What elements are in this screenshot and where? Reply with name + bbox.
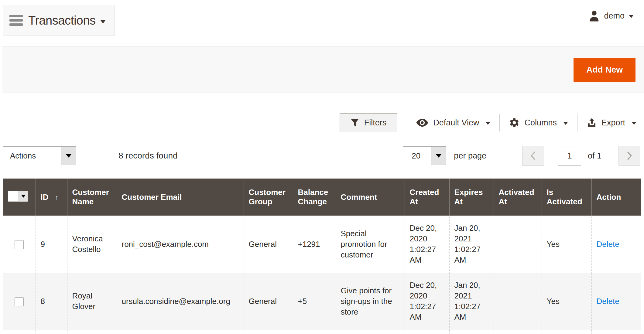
columns-label: Columns — [524, 118, 557, 128]
export-icon — [587, 118, 597, 128]
select-all-dropdown[interactable] — [19, 191, 28, 201]
chevron-down-icon — [485, 122, 490, 125]
columns-dropdown[interactable]: Columns — [509, 117, 568, 128]
chevron-right-icon — [625, 151, 633, 161]
filters-label: Filters — [364, 118, 387, 128]
actions-select-arrow[interactable] — [61, 147, 76, 165]
list-controls: Actions 8 records found 20 per page of 1 — [3, 145, 640, 166]
hamburger-menu-icon — [9, 15, 23, 26]
cell-customer-name: Royal Glover — [67, 273, 117, 330]
column-header-id[interactable]: ID ↑ — [36, 179, 67, 216]
filter-funnel-icon — [350, 118, 359, 127]
cell-balance-change: +5 — [293, 273, 336, 330]
row-checkbox[interactable] — [15, 297, 24, 306]
column-header-customer-group[interactable]: Customer Group — [244, 179, 293, 216]
export-label: Export — [601, 118, 625, 128]
chevron-down-icon — [563, 122, 568, 125]
column-header-created-at[interactable]: Created At — [405, 179, 449, 216]
total-pages-label: of 1 — [588, 151, 601, 161]
per-page-value: 20 — [403, 147, 420, 165]
column-header-expires-at[interactable]: Expires At — [449, 179, 494, 216]
pagination: 20 per page of 1 — [403, 146, 640, 166]
page-actions-band: Add New — [2, 46, 644, 93]
cell-comment: Give points for sign-ups in the store — [336, 273, 405, 330]
cell-created-at: Dec 20, 2020 1:02:27 AM — [405, 273, 449, 330]
actions-select[interactable]: Actions — [3, 146, 76, 165]
cell-id: 8 — [36, 273, 67, 330]
cell-customer-email: ursula.considine@example.org — [117, 273, 244, 330]
cell-expires-at: Jan 20, 2021 1:02:27 AM — [449, 273, 494, 330]
table-row: 8 Royal Glover ursula.considine@example.… — [3, 273, 641, 330]
chevron-down-icon — [632, 122, 636, 125]
column-header-action[interactable]: Action — [591, 179, 641, 216]
delete-link[interactable]: Delete — [597, 297, 619, 306]
select-all-control[interactable] — [8, 191, 28, 202]
current-page-input[interactable] — [558, 146, 581, 165]
cell-created-at: Dec 20, 2020 1:02:27 AM — [405, 216, 449, 273]
cell-balance-change: +1291 — [293, 216, 336, 273]
table-row-partial — [3, 330, 641, 334]
chevron-down-icon — [629, 15, 634, 18]
chevron-left-icon — [529, 151, 537, 161]
user-menu[interactable]: demo — [589, 8, 634, 24]
gear-icon — [509, 117, 520, 128]
table-row: 9 Veronica Costello roni_cost@example.co… — [3, 216, 641, 273]
per-page-select[interactable]: 20 — [403, 146, 446, 165]
transactions-table: ID ↑ Customer Name Customer Email Custom… — [3, 179, 641, 334]
select-all-checkbox[interactable] — [8, 191, 19, 201]
default-view-dropdown[interactable]: Default View — [416, 118, 490, 128]
cell-activated-at — [494, 216, 542, 273]
column-header-comment[interactable]: Comment — [336, 179, 405, 216]
previous-page-button[interactable] — [522, 146, 544, 166]
cell-customer-email: roni_cost@example.com — [117, 216, 244, 273]
column-header-customer-email[interactable]: Customer Email — [117, 179, 244, 216]
default-view-label: Default View — [433, 118, 479, 128]
column-header-activated-at[interactable]: Activated At — [494, 179, 542, 216]
cell-is-activated: Yes — [542, 216, 591, 273]
delete-link[interactable]: Delete — [597, 240, 619, 249]
cell-comment: Special promotion for customer — [336, 216, 405, 273]
eye-icon — [416, 118, 429, 127]
table-header-row: ID ↑ Customer Name Customer Email Custom… — [3, 179, 641, 216]
column-header-balance-change[interactable]: Balance Change — [293, 179, 336, 216]
actions-select-value: Actions — [3, 147, 36, 165]
cell-id: 9 — [36, 216, 67, 273]
records-found: 8 records found — [118, 151, 178, 161]
page-title: Transactions — [28, 14, 96, 27]
page-title-dropdown[interactable]: Transactions — [3, 5, 115, 36]
toolbar-divider — [577, 114, 577, 131]
cell-activated-at — [494, 273, 542, 330]
column-header-customer-name[interactable]: Customer Name — [67, 179, 117, 216]
user-avatar-icon — [589, 10, 600, 22]
cell-customer-name: Veronica Costello — [67, 216, 117, 273]
cell-expires-at: Jan 20, 2021 1:02:27 AM — [449, 216, 494, 273]
per-page-label: per page — [454, 151, 486, 161]
per-page-select-arrow[interactable] — [431, 147, 446, 165]
cell-is-activated: Yes — [542, 273, 591, 330]
chevron-down-icon — [101, 20, 105, 23]
row-checkbox[interactable] — [15, 240, 24, 249]
column-header-is-activated[interactable]: Is Activated — [542, 179, 591, 216]
next-page-button[interactable] — [618, 146, 640, 166]
cell-customer-group: General — [244, 216, 293, 273]
add-new-button[interactable]: Add New — [574, 58, 635, 82]
grid-toolbar: Filters Default View Columns Export — [340, 113, 636, 132]
toolbar-divider — [499, 114, 500, 131]
cell-customer-group: General — [244, 273, 293, 330]
select-all-header — [3, 179, 36, 216]
export-dropdown[interactable]: Export — [587, 118, 636, 128]
user-name: demo — [604, 11, 625, 21]
filters-button[interactable]: Filters — [340, 113, 397, 132]
sort-ascending-icon: ↑ — [55, 193, 59, 201]
